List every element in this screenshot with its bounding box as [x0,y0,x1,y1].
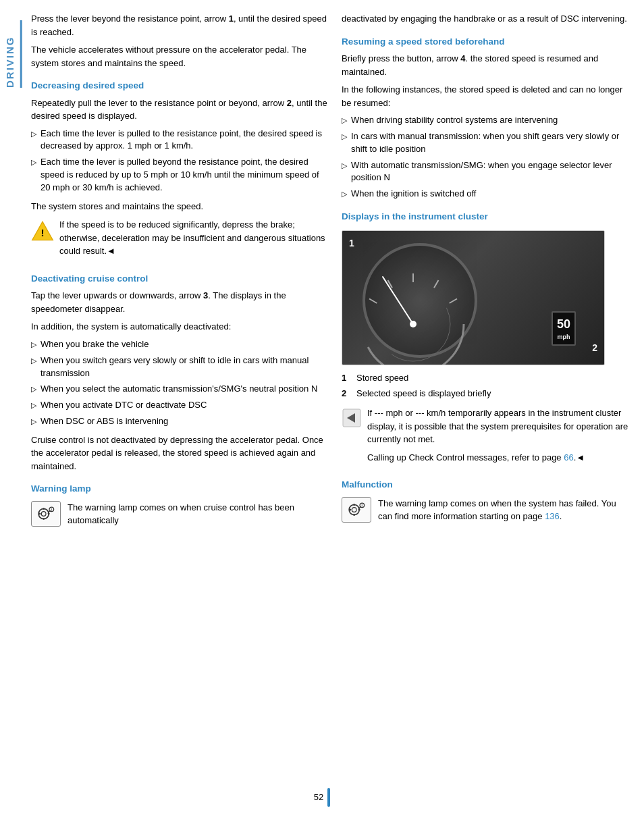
deact-intro-right: deactivated by engaging the handbrake or… [342,12,632,26]
page-bar [327,788,330,807]
svg-rect-25 [353,514,355,516]
dec-bullet-2: ▷ Each time the lever is pulled beyond t… [31,156,328,194]
speed-unit: mph [557,333,570,342]
speed-value: 50 [557,315,570,333]
warning-triangle-icon: ! [31,219,54,242]
svg-rect-27 [358,509,360,511]
malfunction-heading: Malfunction [342,478,632,492]
right-column: deactivated by engaging the handbrake or… [342,12,632,807]
deact-bullet-2: ▷ When you switch gears very slowly or s… [31,354,328,380]
page-number: 52 [314,791,323,804]
resuming-p2: In the following instances, the stored s… [342,83,632,109]
bullet-triangle-icon: ▷ [31,400,36,411]
malfunction-lamp-icon: ! [342,497,371,523]
deact-bullet-1: ▷ When you brake the vehicle [31,338,328,351]
deact-p2: In addition, the system is automatically… [31,320,328,334]
svg-rect-24 [353,504,355,506]
bullet-triangle-icon: ▷ [342,115,347,126]
warning-lamp-box: ! The warning lamp comes on when cruise … [31,501,328,532]
warning-lamp-icon: ! [31,501,61,527]
warning-text: If the speed is to be reduced significan… [59,218,328,258]
svg-rect-5 [43,518,44,520]
svg-text:!: ! [361,504,363,508]
bullet-triangle-icon: ▷ [342,189,347,200]
bullet-triangle-icon: ▷ [342,132,347,142]
bullet-triangle-icon: ▷ [31,417,36,427]
note-triangle-icon [342,408,362,428]
cluster-item-2: 2 Selected speed is displayed briefly [342,388,632,400]
deact-p3: Cruise control is not deactivated by dep… [31,433,328,473]
svg-line-18 [383,277,413,324]
note-p2: Calling up Check Control messages, refer… [367,451,632,465]
intro-p1: Press the lever beyond the resistance po… [31,12,328,38]
svg-text:!: ! [51,508,52,512]
cluster-numbered-list: 1 Stored speed 2 Selected speed is displ… [342,372,632,400]
deact-bullet-5: ▷ When DSC or ABS is intervening [31,415,328,428]
speed-display-box: 50 mph [552,311,576,346]
note-text: If --- mph or --- km/h temporarily appea… [367,406,632,446]
content-area: Press the lever beyond the resistance po… [24,0,644,819]
warning-lamp-heading: Warning lamp [31,482,328,496]
bullet-triangle-icon: ▷ [31,157,36,168]
resuming-bullet-4: ▷ When the ignition is switched off [342,188,632,201]
resuming-bullet-2: ▷ In cars with manual transmission: when… [342,130,632,156]
bullet-triangle-icon: ▷ [342,161,347,171]
cluster-label-1: 1 [349,236,354,250]
cluster-item-1: 1 Stored speed [342,372,632,385]
note-text-wrap: If --- mph or --- km/h temporarily appea… [367,406,632,469]
resuming-p1: Briefly press the button, arrow 4. the s… [342,52,632,78]
svg-rect-7 [48,513,50,515]
bullet-triangle-icon: ▷ [31,129,36,140]
dec-speed-p2: The system stores and maintains the spee… [31,200,328,213]
sidebar-label: Driving [3,20,22,88]
decreasing-speed-heading: Decreasing desired speed [31,79,328,93]
bullet-triangle-icon: ▷ [31,384,36,395]
svg-rect-6 [39,513,41,515]
displays-heading: Displays in the instrument cluster [342,210,632,223]
svg-point-3 [41,512,46,517]
deact-heading: Deactivating cruise control [31,272,328,286]
svg-point-23 [352,508,356,512]
note-link[interactable]: 66 [564,452,573,463]
malfunction-text: The warning lamp comes on when the syste… [378,497,632,523]
cluster-gauge-svg [356,236,491,365]
cluster-image: 1 50 mph [342,230,605,365]
svg-rect-4 [43,508,44,510]
svg-text:!: ! [41,228,44,239]
dec-bullet-1: ▷ Each time the lever is pulled to the r… [31,128,328,153]
sidebar: Driving [0,0,24,819]
svg-line-17 [450,298,457,303]
note-box: If --- mph or --- km/h temporarily appea… [342,406,632,469]
malfunction-link[interactable]: 136 [545,511,560,521]
warning-lamp-text: The warning lamp comes on when cruise co… [68,501,328,527]
deact-p1: Tap the lever upwards or downwards, arro… [31,289,328,315]
warning-box: ! If the speed is to be reduced signific… [31,218,328,263]
svg-rect-26 [350,509,352,511]
malfunction-lamp-box: ! The warning lamp comes on when the sys… [342,497,632,528]
resuming-bullet-1: ▷ When driving stability control systems… [342,114,632,127]
left-column: Press the lever beyond the resistance po… [31,12,328,807]
resuming-bullet-3: ▷ With automatic transmission/SMG: when … [342,159,632,185]
intro-p2: The vehicle accelerates without pressure… [31,43,328,70]
svg-line-13 [369,298,377,303]
deact-bullet-4: ▷ When you activate DTC or deactivate DS… [31,399,328,412]
dec-speed-p1: Repeatedly pull the lever to the resista… [31,97,328,123]
dec-speed-bullets: ▷ Each time the lever is pulled to the r… [31,128,328,194]
svg-point-11 [363,273,464,365]
page-footer: 52 [0,788,644,807]
cluster-label-2: 2 [592,341,597,354]
svg-line-16 [434,280,439,288]
deact-bullets: ▷ When you brake the vehicle ▷ When you … [31,338,328,428]
deact-bullet-3: ▷ When you select the automatic transmis… [31,383,328,396]
svg-point-19 [410,321,417,327]
bullet-triangle-icon: ▷ [31,340,36,350]
resuming-heading: Resuming a speed stored beforehand [342,35,632,49]
resuming-bullets: ▷ When driving stability control systems… [342,114,632,201]
bullet-triangle-icon: ▷ [31,356,36,367]
